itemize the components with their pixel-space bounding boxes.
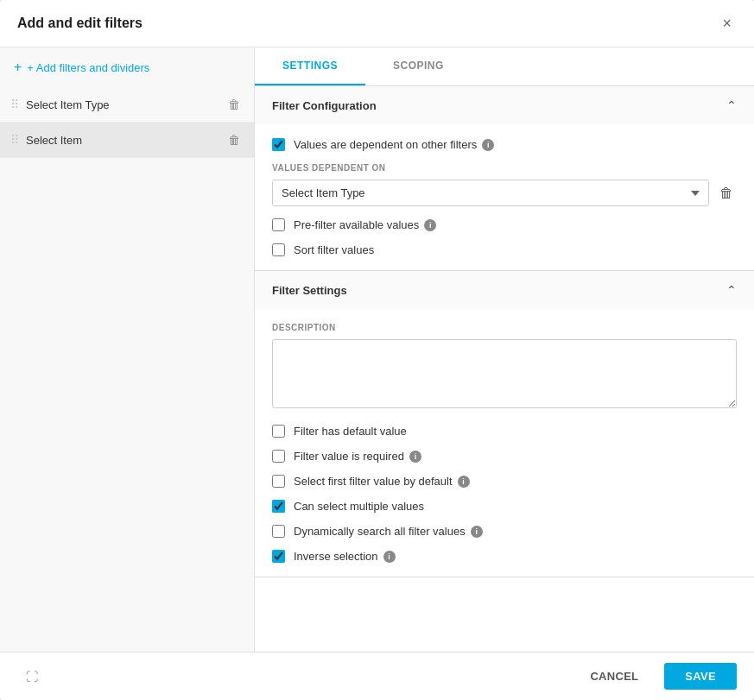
filter-settings-title: Filter Settings (272, 284, 347, 297)
filter-required-info-icon: i (409, 451, 421, 463)
select-first-label: Select first filter value by default i (294, 475, 470, 488)
multiple-values-label: Can select multiple values (294, 500, 424, 513)
dynamic-search-info-icon: i (471, 526, 483, 538)
values-dependent-on-label: VALUES DEPENDENT ON (272, 163, 737, 173)
sidebar-item-select-item-type[interactable]: ⠿ Select Item Type 🗑 (0, 87, 254, 123)
dynamic-search-checkbox[interactable] (272, 525, 285, 538)
values-dependent-row: Values are dependent on other filters i (272, 138, 737, 151)
modal-header: Add and edit filters × (0, 0, 754, 47)
select-first-checkbox[interactable] (272, 475, 285, 488)
pre-filter-label: Pre-filter available values i (294, 218, 436, 231)
filter-required-row: Filter value is required i (272, 450, 737, 463)
select-first-row: Select first filter value by default i (272, 475, 737, 488)
modal: Add and edit filters × + + Add filters a… (0, 0, 754, 700)
filter-configuration-header[interactable]: Filter Configuration ⌃ (255, 86, 754, 124)
filter-configuration-title: Filter Configuration (272, 99, 377, 112)
tab-content: Filter Configuration ⌃ Values are depend… (255, 86, 754, 652)
description-label: DESCRIPTION (272, 323, 737, 332)
tab-settings[interactable]: SETTINGS (255, 47, 365, 85)
add-filters-label: + Add filters and dividers (27, 61, 149, 74)
save-button[interactable]: SAVE (664, 663, 737, 690)
pre-filter-info-icon: i (424, 219, 436, 231)
multiple-values-row: Can select multiple values (272, 500, 737, 513)
pre-filter-row: Pre-filter available values i (272, 218, 737, 231)
inverse-selection-checkbox[interactable] (272, 550, 285, 563)
plus-icon: + (14, 60, 22, 75)
filter-configuration-body: Values are dependent on other filters i … (255, 124, 754, 270)
tabs: SETTINGS SCOPING (255, 47, 754, 86)
values-dependent-select-row: Select Item Type 🗑 (272, 180, 737, 206)
description-textarea[interactable] (272, 339, 737, 408)
drag-handle-icon: ⠿ (10, 98, 19, 111)
cancel-button[interactable]: CANCEL (573, 663, 656, 690)
values-dependent-info-icon: i (482, 139, 494, 151)
inverse-selection-info-icon: i (383, 551, 396, 563)
values-dependent-label: Values are dependent on other filters i (294, 138, 494, 151)
values-dependent-checkbox[interactable] (272, 138, 285, 151)
filter-settings-section: Filter Settings ⌃ DESCRIPTION Filter has… (255, 271, 754, 577)
sidebar-item-label: Select Item (26, 134, 218, 147)
filter-required-label: Filter value is required i (294, 450, 421, 463)
inverse-selection-row: Inverse selection i (272, 550, 737, 563)
filter-default-checkbox[interactable] (272, 425, 285, 438)
sidebar-item-label: Select Item Type (26, 98, 218, 111)
tab-scoping[interactable]: SCOPING (365, 47, 472, 85)
add-filters-button[interactable]: + + Add filters and dividers (0, 47, 254, 87)
description-field: DESCRIPTION (272, 323, 737, 411)
inverse-selection-label: Inverse selection i (294, 550, 396, 563)
filter-settings-body: DESCRIPTION Filter has default value (255, 309, 754, 577)
expand-icon[interactable]: ⛶ (26, 670, 38, 684)
drag-handle-icon: ⠿ (10, 133, 19, 147)
sidebar: + + Add filters and dividers ⠿ Select It… (0, 47, 255, 652)
sort-filter-row: Sort filter values (272, 243, 737, 256)
modal-footer: ⛶ CANCEL SAVE (0, 652, 754, 700)
delete-item-type-button[interactable]: 🗑 (225, 96, 244, 113)
chevron-up-icon-2: ⌃ (726, 283, 737, 297)
delete-dependent-button[interactable]: 🗑 (716, 182, 737, 205)
values-dependent-on-section: VALUES DEPENDENT ON Select Item Type 🗑 (272, 163, 737, 206)
pre-filter-checkbox[interactable] (272, 218, 285, 231)
main-content: SETTINGS SCOPING Filter Configuration ⌃ (255, 47, 754, 652)
filter-required-checkbox[interactable] (272, 450, 285, 463)
filter-settings-header[interactable]: Filter Settings ⌃ (255, 271, 754, 309)
close-button[interactable]: × (717, 14, 737, 33)
filter-default-label: Filter has default value (294, 425, 407, 438)
modal-title: Add and edit filters (17, 16, 143, 31)
sort-filter-label: Sort filter values (294, 243, 374, 256)
values-dependent-select[interactable]: Select Item Type (272, 180, 709, 206)
dynamic-search-label: Dynamically search all filter values i (294, 525, 483, 538)
sidebar-item-select-item[interactable]: ⠿ Select Item 🗑 (0, 123, 254, 158)
delete-select-item-button[interactable]: 🗑 (225, 131, 244, 148)
filter-configuration-section: Filter Configuration ⌃ Values are depend… (255, 86, 754, 271)
dynamic-search-row: Dynamically search all filter values i (272, 525, 737, 538)
modal-body: + + Add filters and dividers ⠿ Select It… (0, 47, 754, 652)
select-first-info-icon: i (458, 476, 470, 488)
sort-filter-checkbox[interactable] (272, 243, 285, 256)
multiple-values-checkbox[interactable] (272, 500, 285, 513)
filter-default-row: Filter has default value (272, 425, 737, 438)
chevron-up-icon: ⌃ (726, 98, 737, 112)
